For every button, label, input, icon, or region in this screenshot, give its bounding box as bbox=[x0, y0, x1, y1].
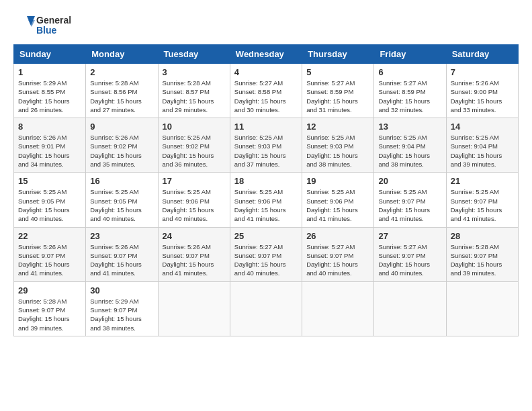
day-number: 1 bbox=[18, 67, 81, 77]
day-detail: Sunrise: 5:26 AM Sunset: 9:07 PM Dayligh… bbox=[18, 242, 81, 278]
day-number: 8 bbox=[18, 122, 81, 132]
calendar-cell: 18Sunrise: 5:25 AM Sunset: 9:06 PM Dayli… bbox=[230, 173, 302, 227]
calendar-cell: 10Sunrise: 5:25 AM Sunset: 9:02 PM Dayli… bbox=[158, 118, 230, 173]
day-number: 27 bbox=[378, 231, 441, 241]
day-detail: Sunrise: 5:25 AM Sunset: 9:03 PM Dayligh… bbox=[234, 133, 298, 169]
day-detail: Sunrise: 5:28 AM Sunset: 8:57 PM Dayligh… bbox=[163, 79, 226, 114]
day-detail: Sunrise: 5:25 AM Sunset: 9:03 PM Dayligh… bbox=[306, 133, 369, 169]
weekday-header-saturday: Saturday bbox=[446, 45, 518, 64]
calendar-cell: 1Sunrise: 5:29 AM Sunset: 8:55 PM Daylig… bbox=[14, 64, 86, 118]
day-number: 25 bbox=[234, 231, 298, 241]
day-number: 29 bbox=[18, 285, 81, 295]
day-number: 7 bbox=[451, 67, 514, 77]
day-detail: Sunrise: 5:28 AM Sunset: 8:56 PM Dayligh… bbox=[90, 79, 153, 114]
weekday-header-wednesday: Wednesday bbox=[230, 45, 302, 64]
calendar-cell: 20Sunrise: 5:25 AM Sunset: 9:07 PM Dayli… bbox=[374, 173, 446, 227]
calendar-cell: 17Sunrise: 5:25 AM Sunset: 9:06 PM Dayli… bbox=[158, 173, 230, 227]
day-number: 5 bbox=[306, 67, 369, 77]
day-detail: Sunrise: 5:25 AM Sunset: 9:07 PM Dayligh… bbox=[451, 187, 514, 223]
calendar-cell bbox=[374, 281, 446, 336]
day-detail: Sunrise: 5:25 AM Sunset: 9:06 PM Dayligh… bbox=[234, 187, 298, 223]
day-number: 10 bbox=[163, 122, 226, 132]
day-number: 22 bbox=[18, 231, 81, 241]
logo-general: General bbox=[36, 15, 71, 26]
day-detail: Sunrise: 5:25 AM Sunset: 9:07 PM Dayligh… bbox=[378, 187, 441, 223]
day-number: 4 bbox=[234, 67, 298, 77]
calendar-cell: 24Sunrise: 5:26 AM Sunset: 9:07 PM Dayli… bbox=[158, 227, 230, 281]
day-detail: Sunrise: 5:25 AM Sunset: 9:02 PM Dayligh… bbox=[163, 133, 226, 169]
calendar-cell: 2Sunrise: 5:28 AM Sunset: 8:56 PM Daylig… bbox=[86, 64, 158, 118]
logo-graphic bbox=[13, 13, 35, 38]
calendar-cell: 14Sunrise: 5:25 AM Sunset: 9:04 PM Dayli… bbox=[446, 118, 518, 173]
day-detail: Sunrise: 5:25 AM Sunset: 9:05 PM Dayligh… bbox=[90, 187, 153, 223]
calendar-cell: 30Sunrise: 5:29 AM Sunset: 9:07 PM Dayli… bbox=[86, 281, 158, 336]
day-detail: Sunrise: 5:25 AM Sunset: 9:06 PM Dayligh… bbox=[163, 187, 226, 223]
calendar-cell: 7Sunrise: 5:26 AM Sunset: 9:00 PM Daylig… bbox=[446, 64, 518, 118]
day-detail: Sunrise: 5:26 AM Sunset: 9:01 PM Dayligh… bbox=[18, 133, 81, 169]
day-detail: Sunrise: 5:27 AM Sunset: 9:07 PM Dayligh… bbox=[306, 242, 369, 278]
svg-marker-1 bbox=[28, 20, 35, 27]
day-number: 17 bbox=[163, 176, 226, 186]
day-detail: Sunrise: 5:29 AM Sunset: 9:07 PM Dayligh… bbox=[90, 297, 153, 332]
calendar-cell bbox=[230, 281, 302, 336]
calendar-cell: 26Sunrise: 5:27 AM Sunset: 9:07 PM Dayli… bbox=[302, 227, 374, 281]
calendar-cell bbox=[446, 281, 518, 336]
week-row-5: 29Sunrise: 5:28 AM Sunset: 9:07 PM Dayli… bbox=[14, 281, 519, 336]
day-detail: Sunrise: 5:29 AM Sunset: 8:55 PM Dayligh… bbox=[18, 79, 81, 114]
weekday-header-row: SundayMondayTuesdayWednesdayThursdayFrid… bbox=[14, 45, 519, 64]
day-detail: Sunrise: 5:25 AM Sunset: 9:04 PM Dayligh… bbox=[378, 133, 441, 169]
calendar-cell: 12Sunrise: 5:25 AM Sunset: 9:03 PM Dayli… bbox=[302, 118, 374, 173]
day-number: 14 bbox=[451, 122, 514, 132]
calendar-cell: 3Sunrise: 5:28 AM Sunset: 8:57 PM Daylig… bbox=[158, 64, 230, 118]
calendar-cell bbox=[302, 281, 374, 336]
calendar-cell: 23Sunrise: 5:26 AM Sunset: 9:07 PM Dayli… bbox=[86, 227, 158, 281]
day-detail: Sunrise: 5:28 AM Sunset: 9:07 PM Dayligh… bbox=[451, 242, 514, 278]
calendar-cell: 29Sunrise: 5:28 AM Sunset: 9:07 PM Dayli… bbox=[14, 281, 86, 336]
day-number: 28 bbox=[451, 231, 514, 241]
week-row-4: 22Sunrise: 5:26 AM Sunset: 9:07 PM Dayli… bbox=[14, 227, 519, 281]
day-detail: Sunrise: 5:27 AM Sunset: 8:58 PM Dayligh… bbox=[234, 79, 298, 114]
page-header: General Blue bbox=[13, 13, 519, 38]
calendar-cell: 21Sunrise: 5:25 AM Sunset: 9:07 PM Dayli… bbox=[446, 173, 518, 227]
day-detail: Sunrise: 5:26 AM Sunset: 9:00 PM Dayligh… bbox=[451, 79, 514, 114]
day-number: 12 bbox=[306, 122, 369, 132]
day-number: 16 bbox=[90, 176, 153, 186]
calendar-cell: 11Sunrise: 5:25 AM Sunset: 9:03 PM Dayli… bbox=[230, 118, 302, 173]
logo: General Blue bbox=[13, 13, 71, 38]
weekday-header-thursday: Thursday bbox=[302, 45, 374, 64]
day-detail: Sunrise: 5:27 AM Sunset: 9:07 PM Dayligh… bbox=[378, 242, 441, 278]
day-number: 9 bbox=[90, 122, 153, 132]
day-detail: Sunrise: 5:27 AM Sunset: 9:07 PM Dayligh… bbox=[234, 242, 298, 278]
calendar-cell: 16Sunrise: 5:25 AM Sunset: 9:05 PM Dayli… bbox=[86, 173, 158, 227]
week-row-3: 15Sunrise: 5:25 AM Sunset: 9:05 PM Dayli… bbox=[14, 173, 519, 227]
day-number: 20 bbox=[378, 176, 441, 186]
calendar-cell: 8Sunrise: 5:26 AM Sunset: 9:01 PM Daylig… bbox=[14, 118, 86, 173]
calendar-cell: 13Sunrise: 5:25 AM Sunset: 9:04 PM Dayli… bbox=[374, 118, 446, 173]
weekday-header-monday: Monday bbox=[86, 45, 158, 64]
day-detail: Sunrise: 5:25 AM Sunset: 9:05 PM Dayligh… bbox=[18, 187, 81, 223]
logo-svg: General Blue bbox=[13, 13, 71, 38]
day-number: 23 bbox=[90, 231, 153, 241]
calendar-table: SundayMondayTuesdayWednesdayThursdayFrid… bbox=[13, 44, 519, 336]
calendar-cell: 27Sunrise: 5:27 AM Sunset: 9:07 PM Dayli… bbox=[374, 227, 446, 281]
day-number: 19 bbox=[306, 176, 369, 186]
calendar-cell: 15Sunrise: 5:25 AM Sunset: 9:05 PM Dayli… bbox=[14, 173, 86, 227]
calendar-cell: 22Sunrise: 5:26 AM Sunset: 9:07 PM Dayli… bbox=[14, 227, 86, 281]
week-row-1: 1Sunrise: 5:29 AM Sunset: 8:55 PM Daylig… bbox=[14, 64, 519, 118]
calendar-cell bbox=[158, 281, 230, 336]
day-detail: Sunrise: 5:25 AM Sunset: 9:04 PM Dayligh… bbox=[451, 133, 514, 169]
day-detail: Sunrise: 5:26 AM Sunset: 9:02 PM Dayligh… bbox=[90, 133, 153, 169]
weekday-header-tuesday: Tuesday bbox=[158, 45, 230, 64]
day-detail: Sunrise: 5:26 AM Sunset: 9:07 PM Dayligh… bbox=[163, 242, 226, 278]
day-number: 21 bbox=[451, 176, 514, 186]
day-detail: Sunrise: 5:27 AM Sunset: 8:59 PM Dayligh… bbox=[378, 79, 441, 114]
day-number: 2 bbox=[90, 67, 153, 77]
day-detail: Sunrise: 5:27 AM Sunset: 8:59 PM Dayligh… bbox=[306, 79, 369, 114]
calendar-cell: 4Sunrise: 5:27 AM Sunset: 8:58 PM Daylig… bbox=[230, 64, 302, 118]
day-number: 3 bbox=[163, 67, 226, 77]
week-row-2: 8Sunrise: 5:26 AM Sunset: 9:01 PM Daylig… bbox=[14, 118, 519, 173]
day-detail: Sunrise: 5:26 AM Sunset: 9:07 PM Dayligh… bbox=[90, 242, 153, 278]
day-number: 15 bbox=[18, 176, 81, 186]
day-number: 13 bbox=[378, 122, 441, 132]
calendar-cell: 5Sunrise: 5:27 AM Sunset: 8:59 PM Daylig… bbox=[302, 64, 374, 118]
